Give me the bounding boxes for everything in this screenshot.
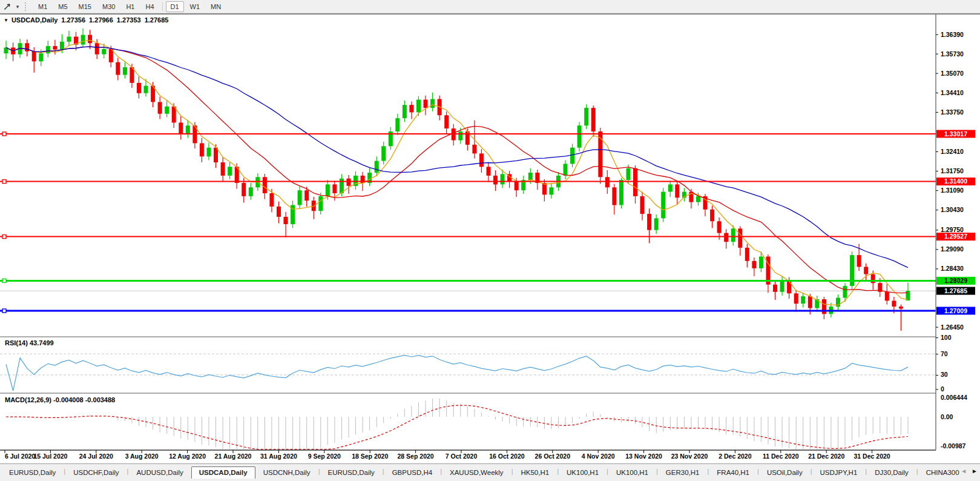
svg-text:11 Dec 2020: 11 Dec 2020	[763, 453, 799, 460]
timeframe-button-m30[interactable]: M30	[97, 1, 120, 12]
svg-text:1.29090: 1.29090	[941, 245, 964, 253]
close-value: 1.27685	[145, 16, 169, 24]
svg-text:1.33750: 1.33750	[941, 108, 964, 116]
svg-text:-0.00987: -0.00987	[941, 442, 966, 449]
svg-text:1.32410: 1.32410	[941, 148, 964, 155]
svg-text:1.31400: 1.31400	[944, 177, 967, 185]
price-badge-1.28029: 1.28029	[936, 277, 975, 285]
svg-text:2 Dec 2020: 2 Dec 2020	[719, 453, 751, 460]
svg-text:70: 70	[941, 350, 948, 357]
svg-text:9 Sep 2020: 9 Sep 2020	[308, 453, 341, 460]
chart-tab-usoil-daily[interactable]: USOil,Daily	[759, 466, 811, 479]
chart-tab-hk50-h1[interactable]: HK50,H1	[513, 466, 557, 479]
svg-text:0: 0	[941, 385, 944, 393]
toolbar-drag-handle[interactable]	[25, 2, 28, 11]
chart-tab-usdcnh-daily[interactable]: USDCNH,Daily	[255, 466, 318, 479]
svg-text:24 Jul 2020: 24 Jul 2020	[79, 453, 113, 460]
timeframe-button-m15[interactable]: M15	[74, 1, 96, 12]
svg-text:7 Oct 2020: 7 Oct 2020	[446, 453, 478, 460]
svg-text:15 Jul 2020: 15 Jul 2020	[33, 453, 67, 460]
symbol-label: USDCAD,Daily	[12, 16, 58, 24]
svg-text:21 Aug 2020: 21 Aug 2020	[215, 453, 252, 460]
svg-text:28 Sep 2020: 28 Sep 2020	[398, 453, 434, 460]
chart-tab-dj30-daily[interactable]: DJ30,Daily	[867, 466, 916, 479]
chevron-down-icon[interactable]: ▾	[14, 4, 21, 10]
trading-terminal: ▾ M1M5M15M30H1H4D1W1MN ▼USDCAD,Daily1.27…	[0, 0, 980, 481]
svg-text:30: 30	[941, 371, 948, 378]
svg-text:16 Oct 2020: 16 Oct 2020	[489, 453, 525, 460]
timeframe-button-h4[interactable]: H4	[140, 1, 159, 12]
svg-text:100: 100	[941, 334, 952, 341]
tab-scroll-right-icon[interactable]: ►	[972, 468, 978, 474]
collapse-triangle-icon[interactable]: ▼	[4, 18, 8, 23]
svg-text:1.26450: 1.26450	[941, 323, 964, 331]
toolbar-separator	[162, 2, 163, 11]
timeframe-button-h1[interactable]: H1	[121, 1, 139, 12]
chart-tab-eurusd-daily[interactable]: EURUSD,Daily	[1, 466, 64, 479]
chart-tab-usdchf-daily[interactable]: USDCHF,Daily	[65, 466, 127, 479]
rsi-indicator-label: RSI(14) 43.7499	[5, 339, 54, 347]
low-value: 1.27353	[117, 16, 141, 24]
chart-tab-china300-h1[interactable]: CHINA300,H1	[918, 466, 959, 479]
svg-text:6 Jul 2020: 6 Jul 2020	[5, 453, 35, 460]
chart-tab-uk100-h1[interactable]: UK100,H1	[608, 466, 656, 479]
svg-text:1.28029: 1.28029	[944, 277, 967, 284]
svg-text:0.00: 0.00	[941, 413, 953, 420]
svg-text:0.006444: 0.006444	[941, 394, 967, 401]
price-badge-1.29527: 1.29527	[936, 233, 975, 240]
svg-text:1.34410: 1.34410	[941, 89, 964, 96]
svg-text:31 Dec 2020: 31 Dec 2020	[854, 453, 890, 460]
timeframe-button-d1[interactable]: D1	[166, 1, 184, 12]
timeframe-toolbar: ▾ M1M5M15M30H1H4D1W1MN	[0, 0, 980, 13]
chart-cursor-icon[interactable]	[2, 2, 13, 12]
timeframe-buttons: M1M5M15M30H1H4D1W1MN	[33, 1, 226, 12]
chart-tab-usdcad-daily[interactable]: USDCAD,Daily	[191, 466, 255, 479]
chart-tab-bar: EURUSD,Daily|USDCHF,Daily|AUDUSD,DailyUS…	[0, 463, 980, 481]
chart-tab-eurusd-daily[interactable]: EURUSD,Daily	[320, 466, 382, 479]
chart-tab-xauusd-weekly[interactable]: XAUUSD,Weekly	[442, 466, 511, 479]
chart-tab-ger30-h1[interactable]: GER30,H1	[658, 466, 708, 479]
svg-text:1.30430: 1.30430	[941, 206, 964, 213]
chart-tab-gbpusd-h4[interactable]: GBPUSD,H4	[384, 466, 440, 479]
timeframe-button-mn[interactable]: MN	[206, 1, 226, 12]
svg-text:26 Oct 2020: 26 Oct 2020	[535, 453, 571, 460]
chart-ohlc-title: ▼USDCAD,Daily1.273561.279661.273531.2768…	[4, 16, 168, 24]
high-value: 1.27966	[89, 16, 113, 24]
price-badge-1.27009: 1.27009	[936, 307, 975, 315]
svg-text:1.27009: 1.27009	[944, 307, 967, 314]
chart-tab-uk100-h1[interactable]: UK100,H1	[559, 466, 607, 479]
price-badge-1.27685: 1.27685	[936, 287, 975, 295]
svg-text:1.31090: 1.31090	[941, 187, 964, 194]
svg-text:1.31750: 1.31750	[941, 167, 964, 174]
tab-scroll-left-icon[interactable]: ◄	[961, 468, 967, 474]
svg-text:1.36390: 1.36390	[941, 31, 964, 38]
svg-text:4 Nov 2020: 4 Nov 2020	[582, 453, 615, 460]
open-value: 1.27356	[61, 16, 85, 24]
chart-tab-fra40-h1[interactable]: FRA40,H1	[709, 466, 757, 479]
svg-text:13 Nov 2020: 13 Nov 2020	[625, 453, 662, 460]
svg-text:1.35070: 1.35070	[941, 70, 964, 77]
svg-text:3 Aug 2020: 3 Aug 2020	[125, 453, 159, 460]
timeframe-button-m5[interactable]: M5	[53, 1, 72, 12]
svg-text:1.35730: 1.35730	[941, 50, 964, 58]
svg-text:1.27685: 1.27685	[944, 287, 967, 294]
svg-text:23 Nov 2020: 23 Nov 2020	[671, 453, 708, 460]
svg-text:1.33017: 1.33017	[944, 130, 967, 138]
svg-text:1.28430: 1.28430	[941, 265, 964, 272]
svg-text:21 Dec 2020: 21 Dec 2020	[808, 453, 844, 460]
timeframe-button-w1[interactable]: W1	[185, 1, 205, 12]
svg-text:18 Sep 2020: 18 Sep 2020	[352, 453, 388, 460]
macd-indicator-label: MACD(12,26,9) -0.004008 -0.003488	[5, 396, 115, 403]
chart-window[interactable]: ▼USDCAD,Daily1.273561.279661.273531.2768…	[0, 13, 980, 463]
chart-tab-usdjpy-h1[interactable]: USDJPY,H1	[812, 466, 866, 479]
svg-text:31 Aug 2020: 31 Aug 2020	[260, 453, 297, 460]
chart-canvas[interactable]: 1.363901.357301.350701.344101.337501.324…	[0, 13, 980, 463]
timeframe-button-m1[interactable]: M1	[33, 1, 52, 12]
price-badge-1.31400: 1.31400	[936, 177, 975, 185]
price-badge-1.33017: 1.33017	[936, 130, 975, 138]
svg-text:12 Aug 2020: 12 Aug 2020	[169, 453, 206, 460]
tab-scroll-arrows: ◄ ►	[961, 468, 978, 474]
chart-tab-audusd-daily[interactable]: AUDUSD,Daily	[128, 466, 191, 479]
svg-text:1.29527: 1.29527	[944, 233, 967, 240]
chart-tabs: EURUSD,Daily|USDCHF,Daily|AUDUSD,DailyUS…	[1, 465, 959, 479]
